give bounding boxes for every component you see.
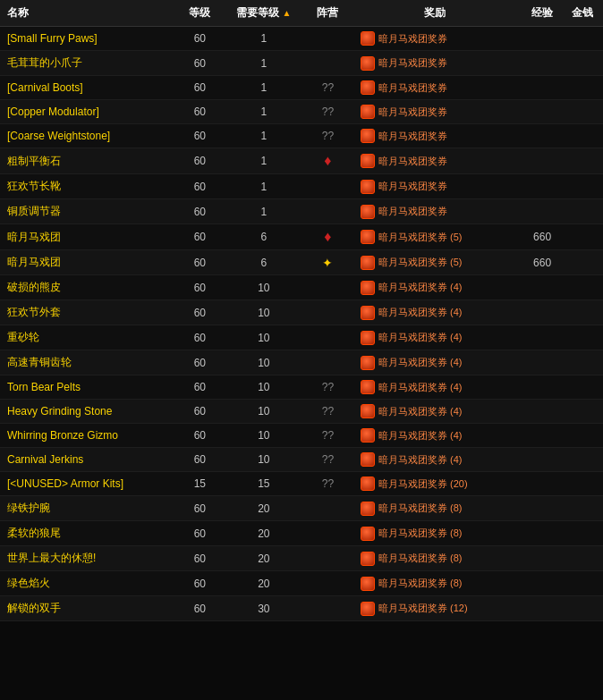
cell-exp [522,76,563,100]
cell-name: Torn Bear Pelts [0,375,180,400]
cell-level: 60 [180,275,220,300]
col-reward[interactable]: 奖励 [348,0,522,27]
cell-name: 高速青铜齿轮 [0,350,180,375]
cell-name: 破损的熊皮 [0,275,180,300]
cell-reward: 暗月马戏团奖券 (4) [348,350,522,375]
table-row[interactable]: [Carnival Boots]601??暗月马戏团奖券 [0,76,603,100]
table-row[interactable]: Whirring Bronze Gizmo6010??暗月马戏团奖券 (4) [0,424,603,448]
faction-unknown-icon: ?? [322,130,334,142]
quest-name: 粗制平衡石 [7,155,61,167]
col-faction[interactable]: 阵营 [308,0,348,27]
col-req-level[interactable]: 需要等级 ▲ [220,0,308,27]
table-row[interactable]: 绿铁护腕6020暗月马戏团奖券 (8) [0,496,603,521]
table-row[interactable]: 柔软的狼尾6020暗月马戏团奖券 (8) [0,521,603,546]
table-row[interactable]: Carnival Jerkins6010??暗月马戏团奖券 (4) [0,448,603,472]
cell-money [563,51,603,76]
table-row[interactable]: 解锁的双手6030暗月马戏团奖券 (12) [0,596,603,621]
cell-level: 60 [180,174,220,199]
col-level[interactable]: 等级 [180,0,220,27]
table-row[interactable]: 暗月马戏团606✦暗月马戏团奖券 (5)660 [0,250,603,275]
table-row[interactable]: 绿色焰火6020暗月马戏团奖券 (8) [0,571,603,596]
cell-money [563,375,603,400]
table-row[interactable]: [Small Furry Paws]601暗月马戏团奖券 [0,27,603,51]
table-row[interactable]: 毛茸茸的小爪子601暗月马戏团奖券 [0,51,603,76]
quest-name: 破损的熊皮 [7,281,61,293]
reward-icon [361,577,375,591]
table-row[interactable]: 狂欢节外套6010暗月马戏团奖券 (4) [0,300,603,325]
table-row[interactable]: 高速青铜齿轮6010暗月马戏团奖券 (4) [0,350,603,375]
table-row[interactable]: [Copper Modulator]601??暗月马戏团奖券 [0,100,603,124]
cell-reward: 暗月马戏团奖券 [348,100,522,124]
cell-exp [522,375,563,400]
table-row[interactable]: 重砂轮6010暗月马戏团奖券 (4) [0,325,603,350]
cell-exp [522,472,563,496]
col-money[interactable]: 金钱 [563,0,603,27]
quest-name: 柔软的狼尾 [7,527,61,539]
reward-label: 暗月马戏团奖券 (8) [378,552,463,565]
cell-level: 60 [180,400,220,424]
table-row[interactable]: Torn Bear Pelts6010??暗月马戏团奖券 (4) [0,375,603,400]
cell-faction [308,521,348,546]
reward-label: 暗月马戏团奖券 [378,81,447,95]
faction-unknown-icon: ?? [322,453,334,466]
cell-exp [522,275,563,300]
cell-req-level: 10 [220,375,308,400]
cell-exp [522,27,563,51]
cell-req-level: 10 [220,424,308,448]
cell-name: 柔软的狼尾 [0,521,180,546]
quest-name: 狂欢节长靴 [7,180,61,192]
cell-reward: 暗月马戏团奖券 (20) [348,472,522,496]
reward-label: 暗月马戏团奖券 [378,105,447,119]
table-row[interactable]: 粗制平衡石601♦暗月马戏团奖券 [0,148,603,174]
table-row[interactable]: [Coarse Weightstone]601??暗月马戏团奖券 [0,124,603,148]
reward-icon [361,404,375,418]
cell-name: Heavy Grinding Stone [0,400,180,424]
cell-money [563,148,603,174]
table-row[interactable]: 破损的熊皮6010暗月马戏团奖券 (4) [0,275,603,300]
table-row[interactable]: Heavy Grinding Stone6010??暗月马戏团奖券 (4) [0,400,603,424]
cell-faction [308,199,348,224]
reward-label: 暗月马戏团奖券 (5) [378,231,463,244]
reward-label: 暗月马戏团奖券 (4) [378,453,463,467]
cell-req-level: 20 [220,496,308,521]
cell-money [563,400,603,424]
table-row[interactable]: 暗月马戏团606♦暗月马戏团奖券 (5)660 [0,224,603,250]
cell-level: 60 [180,350,220,375]
cell-req-level: 10 [220,300,308,325]
table-row[interactable]: [<UNUSED> Armor Kits]1515??暗月马戏团奖券 (20) [0,472,603,496]
col-exp[interactable]: 经验 [522,0,563,27]
table-row[interactable]: 铜质调节器601暗月马戏团奖券 [0,199,603,224]
table-body: [Small Furry Paws]601暗月马戏团奖券毛茸茸的小爪子601暗月… [0,27,603,621]
cell-level: 60 [180,300,220,325]
reward-label: 暗月马戏团奖券 (4) [378,281,463,294]
reward-icon [361,331,375,345]
cell-req-level: 1 [220,76,308,100]
cell-exp [522,400,563,424]
table-row[interactable]: 世界上最大的休憩!6020暗月马戏团奖券 (8) [0,546,603,571]
cell-money [563,496,603,521]
faction-horde-icon: ♦ [324,153,331,168]
reward-label: 暗月马戏团奖券 (5) [378,256,463,269]
cell-level: 60 [180,199,220,224]
cell-faction [308,325,348,350]
cell-faction [308,174,348,199]
quest-name: [Coarse Weightstone] [7,130,110,142]
cell-reward: 暗月马戏团奖券 [348,76,522,100]
col-name[interactable]: 名称 [0,0,180,27]
cell-faction [308,546,348,571]
cell-name: 狂欢节外套 [0,300,180,325]
cell-money [563,275,603,300]
cell-name: [Copper Modulator] [0,100,180,124]
quest-name: [Small Furry Paws] [7,32,98,45]
reward-icon [361,452,375,467]
cell-name: 暗月马戏团 [0,250,180,275]
cell-name: 粗制平衡石 [0,148,180,174]
table-row[interactable]: 狂欢节长靴601暗月马戏团奖券 [0,174,603,199]
cell-faction [308,275,348,300]
cell-req-level: 6 [220,250,308,275]
reward-icon [361,154,375,168]
cell-reward: 暗月马戏团奖券 (8) [348,546,522,571]
cell-req-level: 10 [220,448,308,472]
cell-name: 重砂轮 [0,325,180,350]
faction-unknown-icon: ?? [322,429,334,442]
